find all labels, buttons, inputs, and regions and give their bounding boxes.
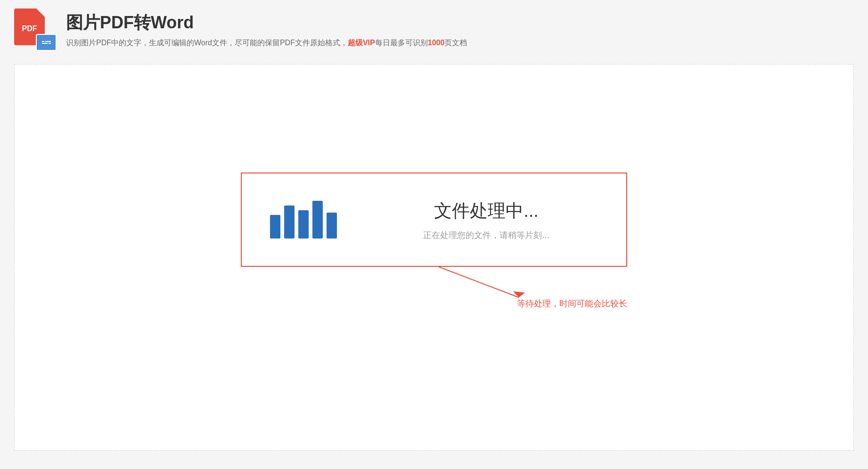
ocr-line-2 bbox=[49, 43, 51, 44]
ocr-lines-top bbox=[42, 41, 51, 42]
page-title: 图片PDF转Word bbox=[66, 11, 467, 34]
bar-5 bbox=[327, 213, 337, 239]
svg-line-0 bbox=[439, 267, 519, 297]
processing-title: 文件处理中... bbox=[434, 199, 539, 223]
pdf-icon-label: PDF bbox=[22, 25, 37, 33]
desc-prefix: 识别图片PDF中的文字，生成可编辑的Word文件，尽可能的保留PDF文件原始格式… bbox=[66, 39, 348, 47]
bar-3 bbox=[298, 210, 309, 239]
processing-area: 文件处理中... 正在处理您的文件，请稍等片刻... 等待处理，时间可能会比较长 bbox=[15, 144, 853, 370]
bar-4 bbox=[312, 201, 323, 239]
ocr-line-long bbox=[45, 41, 51, 42]
ocr-line bbox=[42, 41, 44, 42]
page-header: PDF 图片PDF转Word 识别图片PDF中的文字，生成可编辑的Word文件，… bbox=[0, 0, 868, 59]
main-content-area: 文件处理中... 正在处理您的文件，请稍等片刻... 等待处理，时间可能会比较长 bbox=[14, 64, 854, 451]
annotation-text: 等待处理，时间可能会比较长 bbox=[517, 298, 627, 309]
count-label: 1000 bbox=[428, 39, 445, 47]
annotation-area: 等待处理，时间可能会比较长 bbox=[241, 267, 627, 314]
bar-1 bbox=[270, 215, 280, 239]
bar-2 bbox=[284, 206, 295, 239]
svg-marker-1 bbox=[513, 291, 525, 297]
app-icon: PDF bbox=[14, 8, 57, 51]
header-text-block: 图片PDF转Word 识别图片PDF中的文字，生成可编辑的Word文件，尽可能的… bbox=[66, 11, 467, 48]
processing-subtitle: 正在处理您的文件，请稍等片刻... bbox=[423, 230, 549, 241]
ocr-lines-bottom bbox=[42, 43, 51, 44]
desc-suffix: 页文档 bbox=[444, 39, 467, 47]
ocr-badge-inner bbox=[42, 41, 51, 44]
processing-box: 文件处理中... 正在处理您的文件，请稍等片刻... bbox=[241, 173, 627, 267]
loading-bars bbox=[270, 201, 337, 239]
ocr-line-long-2 bbox=[42, 43, 48, 44]
header-description: 识别图片PDF中的文字，生成可编辑的Word文件，尽可能的保留PDF文件原始格式… bbox=[66, 38, 467, 48]
processing-text-block: 文件处理中... 正在处理您的文件，请稍等片刻... bbox=[375, 199, 598, 241]
desc-middle: 每日最多可识别 bbox=[375, 39, 428, 47]
vip-label: 超级VIP bbox=[348, 39, 375, 47]
ocr-badge bbox=[36, 34, 57, 51]
